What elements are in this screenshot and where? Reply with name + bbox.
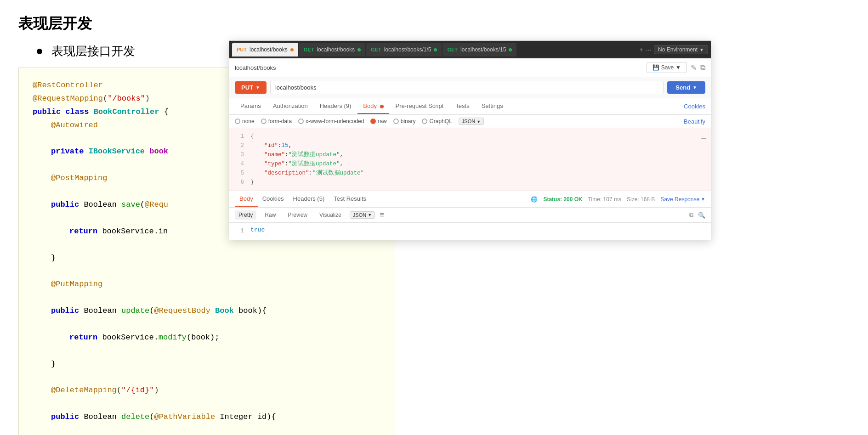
url-input[interactable]: [270, 81, 664, 94]
resp-status-area: 🌐 Status: 200 OK Time: 107 ms Size: 168 …: [531, 196, 705, 203]
resp-tab-cookies[interactable]: Cookies: [258, 192, 289, 207]
resp-actions: ⧉ 🔍: [689, 211, 705, 219]
pm-tab-get-books[interactable]: GET localhost/books: [299, 43, 365, 56]
save-chevron-icon: ▼: [675, 64, 681, 71]
tab-url-1: localhost/books: [250, 46, 288, 53]
json-type-badge[interactable]: JSON ▼: [459, 118, 484, 125]
line-numbers: 123456: [235, 132, 244, 187]
body-dot: [380, 105, 384, 108]
tab-method-get-2: GET: [371, 47, 381, 52]
body-opt-binary[interactable]: binary: [393, 118, 416, 124]
label-binary: binary: [401, 118, 416, 124]
request-name: localhost/books: [235, 64, 276, 71]
body-opt-urlencoded[interactable]: x-www-form-urlencoded: [298, 118, 364, 124]
save-label: Save: [661, 64, 674, 71]
pm-tab-get-books-15[interactable]: GET localhost/books/1/5: [366, 43, 442, 56]
cookies-link[interactable]: Cookies: [684, 103, 705, 110]
tab-tests[interactable]: Tests: [450, 99, 475, 114]
pm-body-options: none form-data x-www-form-urlencoded raw…: [229, 115, 711, 128]
label-none: none: [242, 118, 255, 124]
pm-tab-put-books[interactable]: PUT localhost/books: [232, 43, 298, 56]
address-actions: 💾 Save ▼ ✎ ⧉: [647, 62, 705, 73]
tab-dot-2: [357, 48, 361, 51]
send-label: Send: [675, 84, 690, 91]
resp-opt-preview[interactable]: Preview: [284, 210, 311, 220]
status-badge: Status: 200 OK: [543, 196, 582, 203]
body-opt-raw[interactable]: raw: [370, 118, 386, 124]
resp-json-chevron-icon: ▼: [368, 213, 372, 217]
resp-copy-icon[interactable]: ⧉: [689, 211, 693, 219]
radio-urlencoded: [298, 119, 304, 124]
radio-graphql: [422, 119, 427, 124]
pm-resp-options: Pretty Raw Preview Visualize JSON ▼ ≡ ⧉ …: [229, 208, 711, 223]
radio-raw: [370, 119, 376, 124]
resp-size: Size: 168 B: [627, 196, 655, 203]
resp-time: Time: 107 ms: [588, 196, 621, 203]
copy-icon-button[interactable]: ⧉: [700, 63, 705, 72]
save-response-label: Save Response: [660, 196, 699, 203]
bullet-label: 表现层接口开发: [51, 43, 135, 59]
env-label: No Environment: [658, 46, 698, 53]
page-title: 表现层开发: [0, 0, 868, 43]
resp-filter-icon[interactable]: ≡: [380, 211, 384, 219]
send-button[interactable]: Send ▼: [667, 81, 705, 94]
postman-window: PUT localhost/books GET localhost/books …: [229, 40, 711, 240]
body-opt-form-data[interactable]: form-data: [261, 118, 292, 124]
body-opt-graphql[interactable]: GraphQL: [422, 118, 452, 124]
save-icon: 💾: [652, 64, 659, 71]
pm-address-bar: localhost/books 💾 Save ▼ ✎ ⧉: [229, 58, 711, 77]
resp-body-content: true: [250, 226, 265, 236]
pm-resp-body: 1 true: [229, 223, 711, 240]
resp-tab-test-results[interactable]: Test Results: [329, 192, 371, 207]
tab-pre-request[interactable]: Pre-request Script: [390, 99, 449, 114]
body-opt-none[interactable]: none: [235, 118, 255, 124]
tab-headers[interactable]: Headers (9): [314, 99, 357, 114]
label-form-data: form-data: [268, 118, 292, 124]
json-content: { "id":15, "name":"测试数据update", "type":"…: [250, 132, 364, 187]
send-chevron-icon: ▼: [692, 85, 697, 90]
radio-none: [235, 119, 240, 124]
resp-opt-raw[interactable]: Raw: [261, 210, 279, 220]
tab-settings[interactable]: Settings: [476, 99, 509, 114]
more-icon[interactable]: ···: [646, 46, 651, 53]
tab-url-4: localhost/books/15: [460, 46, 506, 53]
pm-response-tabs: Body Cookies Headers (5) Test Results 🌐 …: [229, 191, 711, 208]
beautify-button[interactable]: Beautify: [684, 118, 705, 125]
pm-json-editor[interactable]: 123456 { "id":15, "name":"测试数据update", "…: [229, 128, 711, 191]
tab-authorization[interactable]: Authorization: [267, 99, 313, 114]
env-selector[interactable]: No Environment ▼: [654, 45, 708, 54]
method-label: PUT: [241, 84, 253, 91]
tab-url-2: localhost/books: [317, 46, 355, 53]
save-response-chevron-icon: ▼: [701, 197, 705, 202]
bullet-dot: [37, 49, 42, 54]
resp-json-badge[interactable]: JSON ▼: [350, 211, 375, 219]
label-graphql: GraphQL: [429, 118, 452, 124]
collapse-button[interactable]: —: [701, 132, 706, 145]
tab-params[interactable]: Params: [235, 99, 267, 114]
pm-tab-get-book-15[interactable]: GET localhost/books/15: [443, 43, 516, 56]
tab-url-3: localhost/books/1/5: [384, 46, 431, 53]
pm-tabbar: PUT localhost/books GET localhost/books …: [229, 41, 711, 58]
resp-true-value: true: [250, 226, 265, 233]
resp-line-numbers: 1: [235, 226, 244, 236]
save-response-button[interactable]: Save Response ▼: [660, 196, 705, 203]
tab-dot-4: [509, 48, 512, 51]
tab-body[interactable]: Body: [357, 99, 389, 114]
tab-dot-1: [290, 48, 294, 51]
edit-icon-button[interactable]: ✎: [691, 63, 697, 72]
resp-tab-body[interactable]: Body: [235, 192, 258, 207]
resp-tab-headers[interactable]: Headers (5): [289, 192, 329, 207]
pm-request-tabs: Params Authorization Headers (9) Body Pr…: [229, 98, 711, 115]
tab-method-get-3: GET: [447, 47, 458, 52]
resp-search-icon[interactable]: 🔍: [698, 212, 705, 219]
globe-icon: 🌐: [531, 196, 538, 203]
save-button[interactable]: 💾 Save ▼: [647, 62, 687, 73]
resp-opt-pretty[interactable]: Pretty: [235, 210, 256, 220]
resp-opt-visualize[interactable]: Visualize: [316, 210, 345, 220]
plus-icon[interactable]: +: [639, 46, 643, 53]
tab-dot-3: [434, 48, 437, 51]
pm-request-line: PUT ▼ Send ▼: [229, 77, 711, 98]
method-button[interactable]: PUT ▼: [235, 81, 267, 94]
label-urlencoded: x-www-form-urlencoded: [306, 118, 364, 124]
env-chevron-icon: ▼: [699, 47, 704, 52]
